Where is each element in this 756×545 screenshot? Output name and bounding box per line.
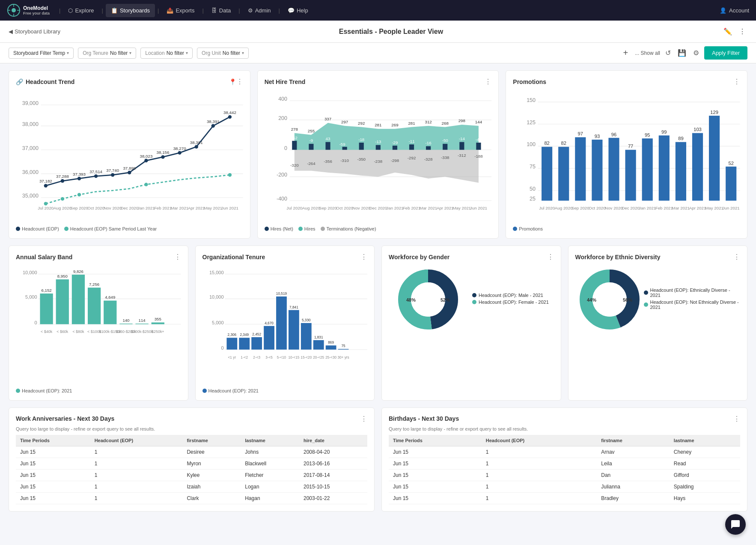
add-filter-button[interactable]: + — [620, 47, 632, 59]
svg-text:-264: -264 — [307, 161, 315, 166]
svg-text:Sep
2020: Sep 2020 — [571, 206, 589, 210]
svg-text:Feb
2021: Feb 2021 — [154, 206, 172, 210]
chevron-down-icon: ▾ — [129, 51, 131, 55]
headcount-trend-menu-button[interactable]: ⋮ — [236, 78, 243, 86]
svg-rect-158 — [709, 116, 720, 201]
show-all-button[interactable]: ... Show all — [635, 50, 660, 56]
org-tenure-menu-button[interactable]: ⋮ — [360, 253, 367, 261]
workforce-ethnic-title: Workforce by Ethnic Diversity — [575, 254, 734, 261]
birthdays-table: Time Periods Headcount (EOP) firstname l… — [389, 435, 740, 504]
svg-text:5-<10: 5-<10 — [277, 356, 286, 359]
svg-text:-18: -18 — [358, 137, 364, 142]
svg-text:2,349: 2,349 — [240, 333, 249, 337]
svg-point-29 — [61, 197, 64, 201]
svg-text:Nov
2020: Nov 2020 — [104, 206, 122, 210]
exports-icon: 📤 — [167, 7, 173, 14]
back-to-library[interactable]: ◀ Storyboard Library — [9, 28, 60, 35]
filter-settings-button[interactable]: ⚙ — [691, 47, 701, 59]
svg-text:Mar
2021: Mar 2021 — [420, 206, 437, 210]
birthdays-title: Birthdays - Next 30 Days — [389, 415, 733, 422]
svg-rect-214 — [239, 338, 250, 350]
svg-point-17 — [61, 179, 64, 183]
svg-rect-142 — [575, 137, 586, 201]
table-row: Jun 151IzaiahLogan2015-10-15 — [16, 481, 367, 492]
nav-item-explore[interactable]: ⬡ Explore — [63, 4, 99, 17]
annual-salary-band-menu-button[interactable]: ⋮ — [174, 253, 181, 261]
birthdays-menu-button[interactable]: ⋮ — [733, 415, 740, 423]
account-menu[interactable]: 👤 Account — [720, 7, 749, 14]
workforce-ethnic-menu-button[interactable]: ⋮ — [733, 253, 740, 261]
workforce-gender-title: Workforce by Gender — [389, 254, 547, 261]
org-tenure-filter[interactable]: Org Tenure No filter ▾ — [78, 48, 136, 59]
svg-text:4,649: 4,649 — [105, 295, 115, 300]
nav-item-exports[interactable]: 📤 Exports — [161, 4, 199, 17]
svg-text:5,330: 5,330 — [301, 318, 310, 322]
svg-text:Dec
2020: Dec 2020 — [369, 206, 387, 210]
nav-item-data[interactable]: 🗄 Data — [206, 4, 236, 17]
svg-text:< $40k: < $40k — [41, 330, 53, 334]
svg-text:100: 100 — [527, 141, 536, 147]
table-row: Jun 151BradleyHays — [389, 492, 740, 504]
svg-text:-42: -42 — [291, 135, 297, 140]
svg-text:-188: -188 — [474, 154, 483, 159]
svg-rect-188 — [104, 301, 116, 324]
annual-salary-band-card: Annual Salary Band ⋮ 10,000 5,000 0 6,15… — [9, 246, 188, 400]
svg-text:-350: -350 — [357, 157, 366, 162]
svg-text:56%: 56% — [622, 297, 632, 302]
svg-text:37,899: 37,899 — [123, 166, 136, 171]
headcount-trend-chart: 39,000 38,000 37,000 36,000 35,000 — [16, 90, 243, 231]
svg-text:Aug
2020: Aug 2020 — [302, 206, 320, 210]
svg-point-19 — [94, 174, 98, 178]
nav-item-help[interactable]: 💬 Help — [283, 4, 313, 17]
svg-rect-148 — [625, 150, 636, 201]
svg-text:30+ yrs: 30+ yrs — [337, 356, 349, 359]
nav-item-admin[interactable]: ⚙ Admin — [243, 4, 276, 17]
svg-point-28 — [44, 202, 48, 205]
svg-rect-192 — [135, 324, 148, 324]
org-tenure-card: Organizational Tenure ⋮ 15,000 10,000 5,… — [195, 246, 375, 400]
net-hire-trend-menu-button[interactable]: ⋮ — [485, 78, 491, 86]
work-anniversaries-title: Work Anniversaries - Next 30 Days — [16, 415, 360, 422]
svg-text:77: 77 — [628, 144, 633, 149]
svg-rect-228 — [325, 345, 336, 350]
net-hire-trend-chart: 400 200 0 -200 -400 — [265, 90, 492, 231]
save-filter-button[interactable]: 💾 — [676, 47, 688, 59]
charts-row-top: 🔗 Headcount Trend 📍 ⋮ 39,000 38,000 37,0… — [9, 70, 747, 239]
svg-text:75: 75 — [341, 344, 345, 348]
svg-text:52%: 52% — [441, 297, 450, 302]
svg-text:99: 99 — [661, 129, 667, 135]
svg-text:52: 52 — [729, 161, 734, 166]
headcount-trend-legend: Headcount (EOP) Headcount (EOP) Same Per… — [16, 226, 243, 231]
svg-text:37,393: 37,393 — [73, 172, 86, 177]
svg-text:43: 43 — [325, 136, 330, 141]
svg-rect-146 — [609, 138, 619, 201]
svg-rect-212 — [226, 338, 237, 350]
nav-item-storyboards[interactable]: 📋 Storyboards — [106, 4, 155, 17]
svg-text:25-<30: 25-<30 — [325, 356, 336, 359]
workforce-gender-menu-button[interactable]: ⋮ — [547, 253, 554, 261]
svg-text:144: 144 — [475, 120, 482, 124]
svg-text:255: 255 — [307, 129, 315, 133]
location-filter[interactable]: Location No filter ▾ — [140, 48, 193, 59]
svg-rect-140 — [558, 147, 569, 201]
edit-button[interactable]: ✏️ — [722, 26, 734, 37]
apply-filter-button[interactable]: Apply Filter — [704, 46, 747, 60]
svg-text:25: 25 — [530, 196, 536, 202]
filter-bar: Storyboard Filter Temp ▾ Org Tenure No f… — [0, 43, 756, 63]
reset-filter-button[interactable]: ↺ — [664, 47, 673, 59]
svg-text:93: 93 — [595, 134, 600, 139]
svg-text:Apr
2021: Apr 2021 — [188, 206, 205, 210]
storyboard-filter-template[interactable]: Storyboard Filter Temp ▾ — [9, 48, 74, 59]
org-unit-filter[interactable]: Org Unit No filter ▾ — [197, 48, 249, 59]
more-options-button[interactable]: ⋮ — [737, 26, 747, 37]
logo[interactable]: OneModel Free your data — [7, 3, 50, 17]
promotions-menu-button[interactable]: ⋮ — [733, 78, 740, 86]
promotions-chart: 150 125 100 75 50 25 82 82 97 — [513, 90, 740, 231]
svg-text:5,000: 5,000 — [25, 295, 37, 300]
svg-text:< $80k: < $80k — [72, 330, 84, 334]
work-anniversaries-menu-button[interactable]: ⋮ — [360, 415, 367, 423]
svg-rect-74 — [409, 144, 414, 150]
svg-rect-194 — [152, 323, 164, 324]
svg-point-24 — [178, 151, 181, 154]
svg-text:Oct
2020: Oct 2020 — [87, 206, 104, 210]
